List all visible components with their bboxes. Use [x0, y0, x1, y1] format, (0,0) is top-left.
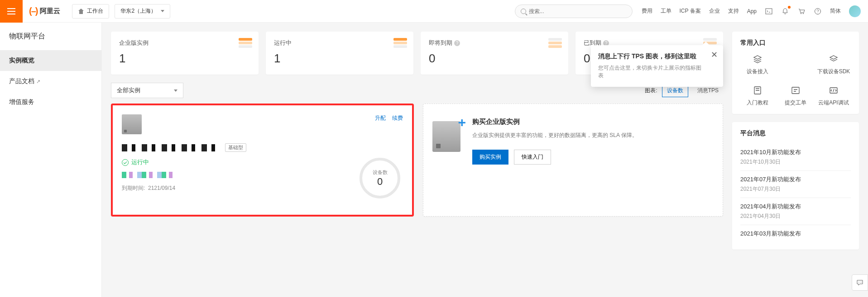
news-item-title: 2021年04月新功能发布 [740, 203, 851, 211]
top-link-support[interactable]: 支持 [728, 7, 739, 15]
news-item-date: 2021年04月30日 [740, 212, 851, 220]
stack-icon [393, 38, 407, 50]
workspace-label: 工作台 [87, 7, 103, 15]
stat-value: 1 [119, 52, 250, 66]
content: 企业版实例 1 运行中 1 即将到期? 0 已到期? 0 [102, 23, 868, 297]
chat-fab[interactable] [852, 274, 868, 291]
svg-point-2 [803, 13, 804, 14]
quick-item-label: 下载设备SDK [817, 68, 850, 75]
help-dot-icon[interactable]: ? [454, 40, 460, 46]
svg-rect-5 [792, 87, 799, 94]
expire-value: 2121/09/14 [148, 185, 175, 191]
help-icon[interactable] [814, 7, 822, 15]
instance-filter-dropdown[interactable]: 全部实例 [111, 83, 183, 98]
dropdown-label: 全部实例 [117, 86, 140, 94]
stat-value: 1 [274, 52, 405, 66]
instance-card[interactable]: 升配 续费 基础型 运行中 到期时间: 2 [111, 104, 414, 217]
upgrade-link[interactable]: 升配 [375, 114, 386, 122]
top-link-icp[interactable]: ICP 备案 [680, 7, 701, 15]
stat-card-running[interactable]: 运行中 1 [266, 32, 413, 75]
terminal-icon[interactable] [765, 7, 773, 15]
external-link-icon: ↗ [36, 79, 40, 85]
news-item-date: 2021年07月30日 [740, 185, 851, 193]
quick-item-ticket[interactable]: 提交工单 [778, 85, 813, 107]
news-item-title: 2021年07月新功能发布 [740, 175, 851, 184]
news-panel: 平台消息 2021年10月新功能发布2021年10月30日 2021年07月新功… [732, 122, 859, 250]
top-bar: (–) 阿里云 工作台 华东2（上海） 费用 工单 ICP 备案 企业 支持 A… [0, 0, 868, 23]
search-field[interactable] [529, 8, 627, 14]
instance-id-redacted [122, 172, 176, 178]
cards-row: 升配 续费 基础型 运行中 到期时间: 2 [111, 104, 723, 217]
search-wrap [515, 5, 633, 18]
svg-rect-0 [766, 9, 772, 14]
server-icon [432, 121, 460, 152]
quick-item-label: 入门教程 [747, 99, 768, 107]
lang-switch[interactable]: 简体 [830, 7, 841, 15]
sidebar-item-overview[interactable]: 实例概览 [0, 50, 101, 71]
bell-icon[interactable] [781, 7, 789, 15]
sidebar-item-docs[interactable]: 产品文档↗ [0, 71, 101, 92]
stat-card-expiring[interactable]: 即将到期? 0 [421, 32, 568, 75]
quick-item-label: 设备接入 [747, 68, 768, 75]
ticket-icon [790, 85, 801, 96]
quick-item-label: 提交工单 [785, 99, 806, 107]
search-input[interactable] [515, 5, 633, 18]
brand[interactable]: (–) 阿里云 [23, 6, 67, 16]
news-item[interactable]: 2021年10月新功能发布2021年10月30日 [740, 144, 851, 171]
chart-toggle-label: 图表: [645, 87, 657, 94]
quickstart-button[interactable]: 快速入门 [514, 150, 551, 165]
device-count-ring: 设备数 0 [360, 158, 400, 198]
region-select[interactable]: 华东2（上海） [115, 4, 170, 19]
sidebar-item-label: 增值服务 [9, 98, 34, 106]
stat-label: 企业版实例 [119, 39, 149, 47]
workspace-button[interactable]: 工作台 [72, 4, 109, 19]
instance-tag: 基础型 [225, 143, 246, 152]
stat-value: 0 [429, 52, 560, 66]
top-links: 费用 工单 ICP 备案 企业 支持 App 简体 [642, 5, 868, 17]
stat-label: 运行中 [274, 39, 292, 47]
news-item[interactable]: 2021年03月新功能发布 [740, 225, 851, 242]
stat-card-enterprise[interactable]: 企业版实例 1 [111, 32, 259, 75]
quick-item-tutorial[interactable]: 入门教程 [740, 85, 775, 107]
brand-logo-icon: (–) [29, 6, 37, 16]
stats-row: 企业版实例 1 运行中 1 即将到期? 0 已到期? 0 [111, 32, 723, 75]
popover-title: 消息上下行 TPS 图表，移到这里啦 [598, 52, 705, 61]
expire-label: 到期时间: [122, 185, 145, 191]
sidebar-item-vas[interactable]: 增值服务 [0, 92, 101, 113]
region-label: 华东2（上海） [120, 7, 156, 15]
quick-item-api[interactable]: 云端API调试 [816, 85, 851, 107]
sidebar-title: 物联网平台 [0, 32, 101, 50]
top-link-fee[interactable]: 费用 [642, 7, 652, 15]
home-icon [78, 9, 84, 14]
top-link-enterprise[interactable]: 企业 [709, 7, 720, 15]
sidebar-item-label: 产品文档 [9, 77, 34, 85]
ring-value: 0 [377, 176, 383, 188]
purchase-title: 购买企业版实例 [472, 118, 638, 126]
layers-icon [828, 53, 839, 65]
cart-icon[interactable] [797, 7, 806, 15]
top-link-app[interactable]: App [747, 8, 757, 14]
news-item[interactable]: 2021年07月新功能发布2021年07月30日 [740, 171, 851, 198]
quick-item-sdk[interactable]: 下载设备SDK [816, 53, 851, 75]
tps-popover: ✕ 消息上下行 TPS 图表，移到这里啦 您可点击这里，来切换卡片上展示的指标图… [591, 45, 723, 87]
top-link-ticket[interactable]: 工单 [661, 7, 671, 15]
svg-point-1 [801, 13, 801, 14]
plus-icon: + [458, 116, 466, 129]
news-item[interactable]: 2021年04月新功能发布2021年04月30日 [740, 198, 851, 225]
buy-instance-button[interactable]: 购买实例 [472, 150, 508, 165]
renew-link[interactable]: 续费 [392, 114, 403, 122]
search-icon [521, 9, 526, 14]
avatar[interactable] [849, 5, 861, 17]
hamburger-menu[interactable] [0, 0, 23, 23]
news-item-title: 2021年03月新功能发布 [740, 230, 851, 238]
stat-label: 即将到期 [429, 39, 452, 47]
stack-icon [548, 38, 562, 50]
close-icon[interactable]: ✕ [711, 50, 718, 60]
chevron-down-icon [174, 90, 177, 92]
quick-item-label: 云端API调试 [818, 99, 849, 107]
purchase-desc: 企业版实例提供更丰富的功能，更好的数据隔离，更高的 SLA 保障。 [472, 131, 638, 140]
quick-item-access[interactable]: 设备接入 [740, 53, 775, 75]
news-item-title: 2021年10月新功能发布 [740, 148, 851, 156]
chevron-down-icon [161, 10, 164, 12]
news-item-date: 2021年10月30日 [740, 158, 851, 166]
